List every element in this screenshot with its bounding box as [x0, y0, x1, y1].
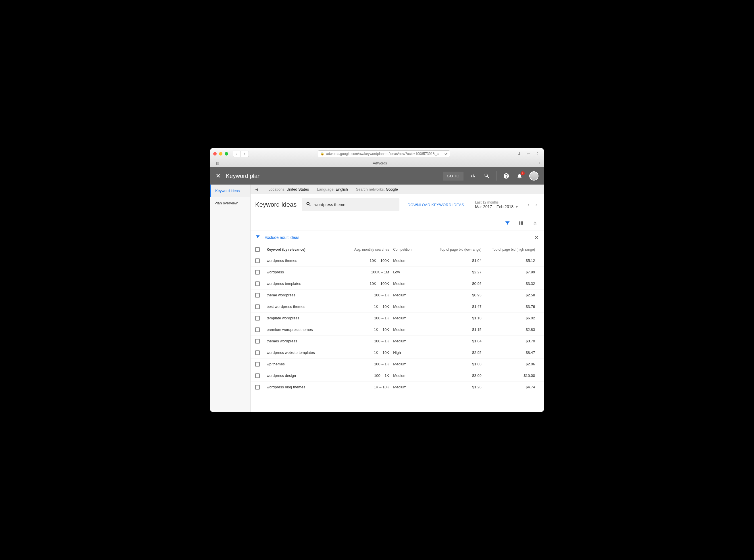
table-row[interactable]: best wordpress themes 1K – 10K Medium $1… — [250, 301, 544, 313]
new-tab-button[interactable]: ＋ — [536, 161, 544, 165]
row-checkbox[interactable] — [255, 270, 260, 275]
table-row[interactable]: wordpress themes 10K – 100K Medium $1.04… — [250, 255, 544, 266]
back-button[interactable]: ‹ — [233, 151, 241, 157]
language-setting[interactable]: Language: English — [317, 187, 348, 192]
cell-competition: Medium — [393, 362, 432, 366]
table-row[interactable]: wp themes 100 – 1K Medium $1.00 $2.06 — [250, 359, 544, 370]
filter-chip[interactable]: Exclude adult ideas — [264, 235, 299, 240]
sidebar-toggle-icon[interactable]: ◧ — [210, 161, 224, 165]
close-icon[interactable]: ✕ — [216, 172, 221, 180]
lock-icon: 🔒 — [320, 152, 324, 156]
tab-title[interactable]: AdWords — [224, 161, 536, 165]
date-next-button[interactable]: › — [533, 202, 539, 207]
row-checkbox[interactable] — [255, 385, 260, 389]
row-checkbox[interactable] — [255, 258, 260, 263]
sidebar-item-plan-overview[interactable]: Plan overview — [210, 197, 250, 209]
date-range-picker[interactable]: Last 12 months Mar 2017 – Feb 2018 ▾ — [475, 200, 518, 209]
cell-bid-high: $8.47 — [486, 351, 539, 355]
cell-searches: 100 – 1K — [345, 374, 393, 378]
select-all-checkbox[interactable] — [255, 247, 260, 252]
zoom-window-button[interactable] — [225, 152, 228, 156]
address-bar[interactable]: 🔒 adwords.google.com/aw/keywordplanner/i… — [318, 151, 450, 157]
filter-icon[interactable] — [505, 220, 510, 226]
table-row[interactable]: theme wordpress 100 – 1K Medium $0.93 $2… — [250, 289, 544, 301]
minimize-window-button[interactable] — [219, 152, 222, 156]
row-checkbox[interactable] — [255, 374, 260, 378]
browser-right-icons: ⬇ ▭ ⇪ — [516, 151, 541, 157]
table-row[interactable]: themes wordpress 100 – 1K Medium $1.04 $… — [250, 336, 544, 347]
cell-bid-low: $0.96 — [432, 281, 486, 286]
cell-bid-low: $1.26 — [432, 385, 486, 389]
collapse-sidebar-icon[interactable]: ◀ — [255, 187, 260, 192]
forward-button[interactable]: › — [241, 151, 249, 157]
tab-bar: ◧ AdWords ＋ — [210, 159, 544, 167]
tabs-icon[interactable]: ▭ — [525, 151, 532, 157]
date-prev-button[interactable]: ‹ — [526, 202, 532, 207]
row-checkbox[interactable] — [255, 304, 260, 309]
cell-bid-low: $2.27 — [432, 270, 486, 274]
cell-competition: Medium — [393, 304, 432, 309]
cell-competition: Medium — [393, 385, 432, 389]
notifications-icon[interactable]: ! — [516, 173, 523, 179]
keyword-search[interactable] — [302, 198, 400, 211]
columns-icon[interactable] — [518, 220, 524, 226]
col-bid-low[interactable]: Top of page bid (low range) — [432, 247, 486, 252]
cell-keyword: wordpress design — [267, 374, 345, 378]
main-content: ◀ Locations: United States Language: Eng… — [250, 184, 544, 412]
col-searches[interactable]: Avg. monthly searches — [345, 247, 393, 252]
row-checkbox[interactable] — [255, 351, 260, 355]
row-checkbox[interactable] — [255, 339, 260, 343]
row-checkbox[interactable] — [255, 327, 260, 332]
col-keyword[interactable]: Keyword (by relevance) — [267, 247, 345, 252]
row-checkbox[interactable] — [255, 281, 260, 286]
search-input[interactable] — [314, 202, 395, 207]
cell-keyword: wp themes — [267, 362, 345, 366]
page-title: Keyword plan — [226, 173, 261, 179]
reports-icon[interactable] — [470, 173, 477, 179]
table-row[interactable]: wordpress blog themes 1K – 10K Medium $1… — [250, 381, 544, 393]
search-icon — [306, 201, 311, 208]
expand-icon[interactable] — [532, 220, 538, 226]
reload-icon[interactable]: ⟳ — [445, 152, 447, 156]
table-row[interactable]: wordpress templates 10K – 100K Medium $0… — [250, 278, 544, 289]
cell-searches: 1K – 10K — [345, 327, 393, 332]
close-window-button[interactable] — [213, 152, 217, 156]
cell-bid-high: $10.00 — [486, 374, 539, 378]
tools-icon[interactable] — [483, 173, 490, 179]
cell-bid-high: $6.02 — [486, 316, 539, 320]
row-checkbox[interactable] — [255, 316, 260, 321]
table-row[interactable]: wordpress 100K – 1M Low $2.27 $7.99 — [250, 266, 544, 278]
cell-competition: Medium — [393, 316, 432, 320]
sidebar-item-keyword-ideas[interactable]: Keyword ideas — [210, 184, 250, 197]
cell-keyword: theme wordpress — [267, 293, 345, 297]
targeting-bar: ◀ Locations: United States Language: Eng… — [250, 184, 544, 194]
downloads-icon[interactable]: ⬇ — [516, 151, 523, 157]
help-icon[interactable] — [503, 173, 510, 179]
goto-button[interactable]: GO TO — [443, 172, 464, 181]
cell-bid-low: $3.00 — [432, 374, 486, 378]
row-checkbox[interactable] — [255, 362, 260, 366]
cell-searches: 100K – 1M — [345, 270, 393, 274]
cell-bid-low: $1.00 — [432, 362, 486, 366]
avatar[interactable] — [529, 171, 538, 181]
cell-searches: 10K – 100K — [345, 281, 393, 286]
cell-bid-low: $1.15 — [432, 327, 486, 332]
cell-bid-low: $1.10 — [432, 316, 486, 320]
table-row[interactable]: wordpress design 100 – 1K Medium $3.00 $… — [250, 370, 544, 381]
row-checkbox[interactable] — [255, 293, 260, 298]
table-row[interactable]: premium wordpress themes 1K – 10K Medium… — [250, 324, 544, 336]
cell-bid-high: $5.12 — [486, 258, 539, 263]
cell-bid-high: $2.58 — [486, 293, 539, 297]
locations-setting[interactable]: Locations: United States — [268, 187, 309, 192]
share-icon[interactable]: ⇪ — [534, 151, 541, 157]
cell-bid-low: $1.04 — [432, 339, 486, 343]
title-row: Keyword ideas DOWNLOAD KEYWORD IDEAS Las… — [250, 194, 544, 215]
col-bid-high[interactable]: Top of page bid (high range) — [486, 247, 539, 252]
col-competition[interactable]: Competition — [393, 247, 432, 252]
download-link[interactable]: DOWNLOAD KEYWORD IDEAS — [408, 203, 464, 207]
clear-filters-icon[interactable]: ✕ — [534, 234, 539, 241]
cell-bid-high: $3.32 — [486, 281, 539, 286]
table-row[interactable]: wordpress website templates 1K – 10K Hig… — [250, 347, 544, 359]
table-row[interactable]: template wordpress 100 – 1K Medium $1.10… — [250, 313, 544, 324]
networks-setting[interactable]: Search networks: Google — [356, 187, 398, 192]
